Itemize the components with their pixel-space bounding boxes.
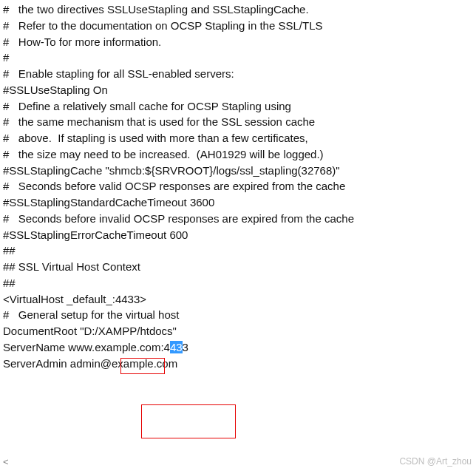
config-line: # the size may need to be increased. (AH… (3, 146, 473, 163)
serveradmin-line: ServerAdmin admin@example.com (3, 356, 473, 372)
config-line: ## (3, 243, 473, 259)
scroll-indicator: < (3, 455, 9, 470)
config-line: # Seconds before invalid OCSP responses … (3, 211, 473, 227)
config-line: # How-To for more information. (3, 34, 473, 50)
config-line: # Seconds before valid OCSP responses ar… (3, 178, 473, 194)
virtualhost-line: <VirtualHost _default_:4433> (3, 291, 473, 308)
documentroot-line: DocumentRoot "D:/XAMPP/htdocs" (3, 323, 473, 339)
config-line: # the same mechanism that is used for th… (3, 114, 473, 130)
config-line: ## (3, 275, 473, 291)
config-line: ## SSL Virtual Host Context (3, 259, 473, 275)
config-line: #SSLUseStapling On (3, 82, 473, 98)
watermark: CSDN @Art_zhou (399, 455, 472, 468)
config-line: # General setup for the virtual host (3, 307, 473, 323)
config-line: #SSLStaplingStandardCacheTimeout 3600 (3, 194, 473, 211)
servername-post: 3 (183, 341, 188, 353)
config-line: # Refer to the documentation on OCSP Sta… (3, 18, 473, 34)
config-line: # Enable stapling for all SSL-enabled se… (3, 66, 473, 82)
config-line: # above. If stapling is used with more t… (3, 130, 473, 146)
highlight-box-docroot (141, 404, 236, 438)
servername-line: ServerName www.example.com:4433 (3, 339, 473, 356)
config-line: #SSLStaplingCache "shmcb:${SRVROOT}/logs… (3, 163, 473, 179)
config-line: # (3, 50, 473, 66)
config-line: # Define a relatively small cache for OC… (3, 98, 473, 115)
config-line: #SSLStaplingErrorCacheTimeout 600 (3, 227, 473, 243)
config-line: # the two directives SSLUseStapling and … (3, 1, 473, 18)
servername-pre: ServerName www.example.com:4 (3, 341, 170, 353)
text-selection[interactable]: 43 (170, 341, 183, 353)
